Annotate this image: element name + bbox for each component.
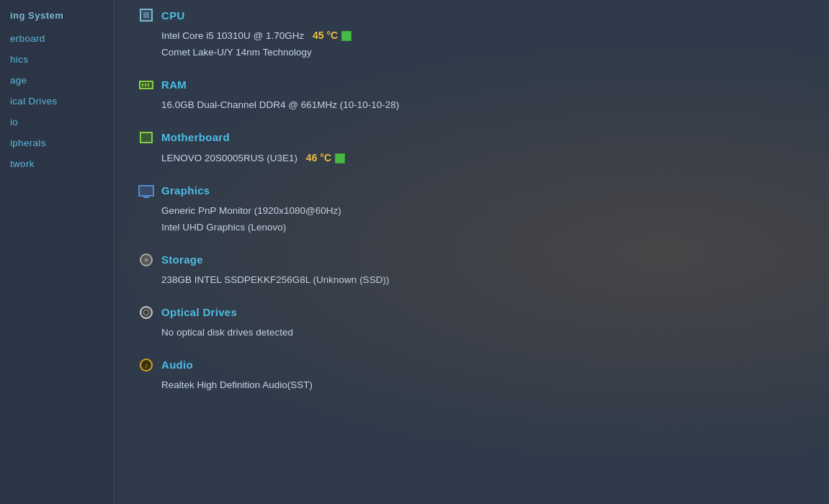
ram-detail-line-0: 16.0GB Dual-Channel DDR4 @ 661MHz (10-10…: [161, 97, 807, 114]
sidebar-item-1[interactable]: hics: [0, 49, 114, 70]
motherboard-title: Motherboard: [161, 131, 230, 143]
section-ram: RAM 16.0GB Dual-Channel DDR4 @ 661MHz (1…: [138, 77, 807, 114]
optical-icon-wrapper: [138, 305, 154, 320]
audio-icon-wrapper: [138, 357, 154, 373]
storage-detail-line-0: 238GB INTEL SSDPEKKF256G8L (Unknown (SSD…: [161, 272, 807, 289]
audio-detail-line-0: Realtek High Definition Audio(SST): [161, 377, 807, 394]
section-audio: Audio Realtek High Definition Audio(SST): [138, 357, 807, 394]
section-graphics: Graphics Generic PnP Monitor (1920x1080@…: [138, 183, 807, 236]
motherboard-temp-indicator: [335, 153, 345, 163]
optical-detail-line-0: No optical disk drives detected: [161, 325, 807, 341]
section-motherboard: Motherboard LENOVO 20S0005RUS (U3E1) 46 …: [138, 130, 807, 167]
sidebar-item-4[interactable]: io: [0, 112, 114, 132]
sidebar-item-6[interactable]: twork: [0, 153, 114, 174]
audio-icon: [140, 359, 153, 372]
graphics-title: Graphics: [161, 184, 210, 197]
section-storage: Storage 238GB INTEL SSDPEKKF256G8L (Unkn…: [138, 252, 807, 289]
sidebar-item-3[interactable]: ical Drives: [0, 91, 114, 112]
audio-detail: Realtek High Definition Audio(SST): [138, 377, 807, 394]
audio-title: Audio: [161, 359, 193, 371]
cpu-detail: Intel Core i5 10310U @ 1.70GHz 45 °CCome…: [138, 27, 807, 61]
cpu-icon: [140, 9, 153, 22]
optical-icon: [140, 306, 153, 319]
storage-detail: 238GB INTEL SSDPEKKF256G8L (Unknown (SSD…: [138, 272, 807, 289]
storage-title: Storage: [161, 253, 203, 266]
graphics-icon-wrapper: [138, 183, 154, 199]
ram-title: RAM: [161, 78, 187, 91]
cpu-icon-wrapper: [138, 7, 154, 23]
ram-icon-wrapper: [138, 77, 154, 93]
main-content: CPU Intel Core i5 10310U @ 1.70GHz 45 °C…: [117, 0, 829, 504]
sidebar-item-2[interactable]: age: [0, 70, 114, 91]
motherboard-detail-line-0: LENOVO 20S0005RUS (U3E1) 46 °C: [161, 150, 807, 167]
motherboard-icon-wrapper: [138, 130, 154, 145]
section-optical: Optical Drives No optical disk drives de…: [138, 305, 807, 341]
section-cpu: CPU Intel Core i5 10310U @ 1.70GHz 45 °C…: [138, 7, 807, 61]
sidebar-item-5[interactable]: ipherals: [0, 132, 114, 153]
cpu-temp-indicator: [341, 31, 351, 41]
graphics-detail: Generic PnP Monitor (1920x1080@60Hz)Inte…: [138, 203, 807, 236]
cpu-temp: 45 °C: [313, 30, 338, 41]
graphics-detail-line-1: Intel UHD Graphics (Lenovo): [161, 220, 807, 236]
cpu-detail-line-0: Intel Core i5 10310U @ 1.70GHz 45 °C: [161, 27, 807, 45]
cpu-title: CPU: [161, 9, 185, 22]
optical-detail: No optical disk drives detected: [138, 325, 807, 341]
sidebar: ing System erboardhicsageical Drivesioip…: [0, 0, 115, 504]
storage-icon-wrapper: [138, 252, 154, 268]
motherboard-icon: [140, 132, 153, 143]
optical-title: Optical Drives: [161, 306, 237, 318]
graphics-icon: [138, 185, 154, 197]
sidebar-item-0[interactable]: erboard: [0, 28, 114, 49]
ram-icon: [139, 81, 153, 89]
graphics-detail-line-0: Generic PnP Monitor (1920x1080@60Hz): [161, 203, 807, 220]
motherboard-temp: 46 °C: [306, 152, 331, 163]
cpu-detail-line-1: Comet Lake-U/Y 14nm Technology: [161, 45, 807, 61]
storage-icon: [140, 253, 153, 266]
sidebar-top-label: ing System: [0, 7, 114, 28]
ram-detail: 16.0GB Dual-Channel DDR4 @ 661MHz (10-10…: [138, 97, 807, 114]
motherboard-detail: LENOVO 20S0005RUS (U3E1) 46 °C: [138, 150, 807, 167]
